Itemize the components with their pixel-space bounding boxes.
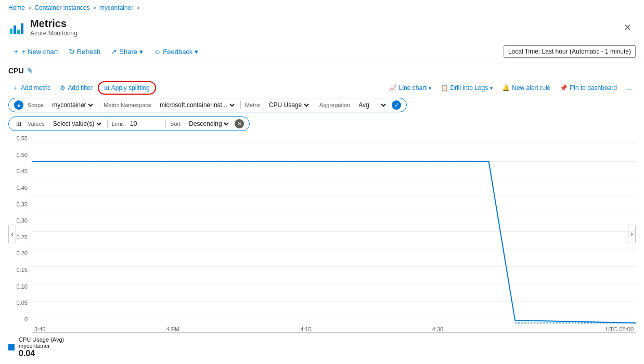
time-picker-button[interactable]: Local Time: Last hour (Automatic - 1 min… [504, 45, 636, 58]
chart-svg [32, 135, 636, 332]
sort-label: Sort [170, 121, 181, 127]
page-header: Metrics Azure Monitoring ✕ [0, 16, 644, 41]
y-label-035: 0.35 [17, 201, 28, 207]
metrics-icon [8, 19, 25, 36]
x-label-430: 4:30 [432, 326, 443, 332]
main-toolbar: ＋ + New chart ↻ Refresh ↗ Share ▾ ☺ Feed… [0, 41, 644, 62]
line-chart-caret-icon: ▾ [429, 85, 431, 91]
y-label-010: 0.10 [17, 283, 28, 290]
share-button[interactable]: ↗ Share ▾ [107, 45, 147, 58]
sort-select[interactable]: Descending [187, 120, 230, 128]
edit-icon[interactable]: ✎ [27, 67, 33, 75]
chart-nav-right-button[interactable]: › [628, 225, 636, 243]
feedback-button[interactable]: ☺ Feedback ▾ [149, 45, 202, 58]
chart-section: CPU ✎ ＋ Add metric ⚙ Add filter ⊞ Apply … [0, 62, 644, 333]
logs-icon: 📋 [441, 84, 448, 92]
add-filter-button[interactable]: ⚙ Add filter [56, 82, 96, 94]
share-icon: ↗ [111, 47, 117, 56]
new-chart-button[interactable]: ＋ + New chart [8, 44, 62, 59]
y-label-015: 0.15 [17, 267, 28, 273]
line-chart-button[interactable]: 📈 Line chart ▾ [385, 82, 435, 94]
x-label-4pm: 4 PM [166, 326, 179, 332]
add-metric-label: Add metric [21, 84, 50, 92]
breadcrumb-sep2: > [93, 5, 96, 11]
more-icon: ... [626, 84, 632, 92]
add-metric-button[interactable]: ＋ Add metric [8, 82, 55, 95]
aggregation-label: Aggregation [319, 102, 350, 108]
feedback-label: Feedback [163, 48, 192, 56]
x-label-345: 3:45 [34, 326, 45, 332]
namespace-label: Metric Namespace [104, 102, 151, 108]
chart-toolbar: ＋ Add metric ⚙ Add filter ⊞ Apply splitt… [8, 79, 636, 98]
page-title: Metrics [30, 18, 78, 30]
share-label: Share [119, 48, 137, 56]
line-chart-label: Line chart [399, 84, 427, 92]
breadcrumb-container-instances[interactable]: Container instances [34, 4, 89, 11]
drill-into-logs-button[interactable]: 📋 Drill into Logs ▾ [436, 82, 497, 94]
splitting-values-icon: ⊞ [14, 119, 23, 128]
divider5 [165, 120, 166, 128]
legend: CPU Usage (Avg) mycontainer 0.04 [0, 333, 644, 361]
metric-label: Metric [245, 102, 261, 108]
x-label-utc: UTC-08:00 [606, 326, 634, 332]
aggregation-select[interactable]: Avg [356, 101, 388, 109]
chart-plot: 3:45 4 PM 4:15 4:30 UTC-08:00 [32, 135, 636, 333]
legend-label: CPU Usage (Avg) [19, 336, 64, 343]
pin-icon: 📌 [560, 84, 568, 92]
metric-group-main: ● Scope mycontainer Metric Namespace mic… [8, 98, 407, 112]
check-circle[interactable]: ✓ [392, 100, 401, 110]
add-filter-label: Add filter [68, 84, 92, 92]
metric-select[interactable]: CPU Usage [267, 101, 311, 109]
y-label-045: 0.45 [17, 168, 28, 174]
line-chart-icon: 📈 [389, 84, 397, 92]
new-chart-label: + New chart [22, 48, 58, 56]
y-label-055: 0.55 [17, 135, 28, 141]
refresh-button[interactable]: ↻ Refresh [65, 45, 105, 58]
alert-icon: 🔔 [502, 84, 510, 92]
breadcrumb-home[interactable]: Home [8, 4, 25, 11]
values-label: Values [28, 121, 45, 127]
close-button[interactable]: ✕ [620, 20, 636, 35]
splitting-group: ⊞ Values Select value(s) Limit Sort Desc… [8, 116, 250, 131]
chart-container: ‹ 0.55 0.50 0.45 0.40 0.35 0.30 0.25 0.2… [8, 135, 636, 333]
add-metric-plus-icon: ＋ [12, 84, 19, 93]
scope-select[interactable]: mycontainer [50, 101, 95, 109]
logs-caret-icon: ▾ [490, 85, 493, 91]
breadcrumb-sep3: > [136, 5, 139, 11]
breadcrumb-sep1: > [28, 5, 31, 11]
legend-sublabel: mycontainer [19, 343, 64, 349]
chart-nav-left-button[interactable]: ‹ [8, 225, 16, 243]
y-label-020: 0.20 [17, 250, 28, 256]
legend-value: 0.04 [19, 349, 64, 358]
scope-label: Scope [28, 102, 44, 108]
y-label-040: 0.40 [17, 185, 28, 191]
limit-input[interactable] [130, 120, 161, 127]
y-label-025: 0.25 [17, 234, 28, 240]
splitting-icon: ⊞ [104, 84, 109, 92]
y-label-050: 0.50 [17, 152, 28, 158]
refresh-icon: ↻ [69, 47, 75, 56]
share-caret-icon: ▾ [139, 48, 143, 56]
y-label-000: 0 [24, 316, 28, 322]
namespace-select[interactable]: microsoft.containerinst... [158, 101, 236, 109]
new-alert-rule-button[interactable]: 🔔 New alert rule [498, 82, 555, 94]
breadcrumb: Home > Container instances > mycontainer… [0, 0, 644, 16]
pin-to-dashboard-label: Pin to dashboard [570, 84, 617, 92]
filter-icon: ⚙ [60, 84, 66, 92]
remove-splitting-button[interactable]: ✕ [235, 119, 244, 128]
breadcrumb-mycontainer[interactable]: mycontainer [99, 4, 133, 11]
pin-to-dashboard-button[interactable]: 📌 Pin to dashboard [556, 82, 621, 94]
chart-title-row: CPU ✎ [8, 67, 636, 75]
divider2 [240, 101, 241, 109]
divider4 [107, 120, 108, 128]
feedback-icon: ☺ [153, 47, 161, 56]
new-alert-rule-label: New alert rule [512, 84, 550, 92]
values-select[interactable]: Select value(s) [51, 120, 103, 128]
more-options-button[interactable]: ... [622, 82, 636, 94]
chart-inner: 0.55 0.50 0.45 0.40 0.35 0.30 0.25 0.20 … [8, 135, 636, 333]
legend-color-swatch [8, 344, 15, 350]
y-label-005: 0.05 [17, 300, 28, 306]
divider1 [99, 101, 99, 109]
apply-splitting-button[interactable]: ⊞ Apply splitting [98, 81, 156, 95]
scope-icon: ● [14, 100, 23, 110]
